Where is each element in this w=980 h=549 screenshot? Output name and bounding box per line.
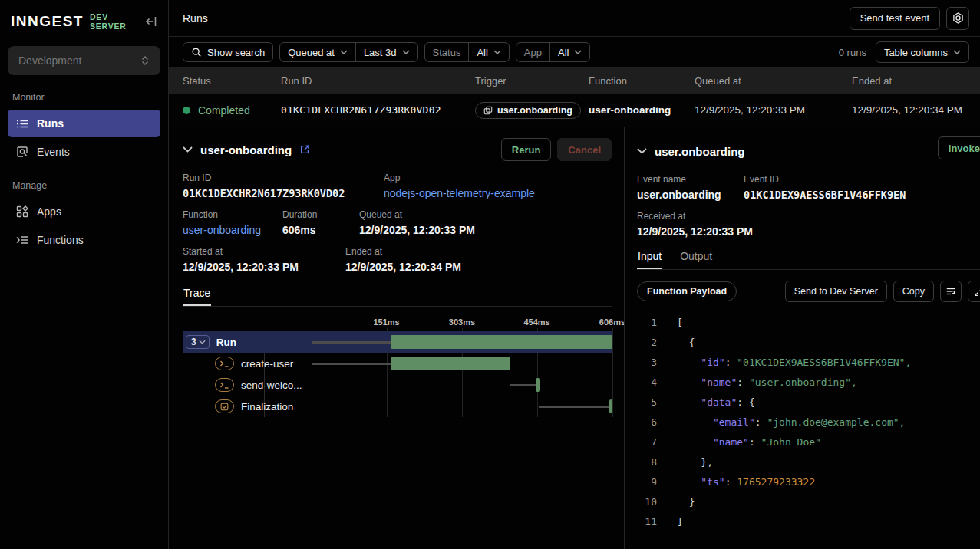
functions-icon: [16, 234, 29, 247]
chevron-updown-icon: [140, 55, 150, 66]
show-search-button[interactable]: Show search: [183, 42, 273, 62]
invoke-button[interactable]: Invoke: [938, 136, 980, 159]
sidebar-item-events[interactable]: Events: [8, 138, 160, 166]
rerun-button[interactable]: Rerun: [501, 138, 552, 161]
cancel-button[interactable]: Cancel: [557, 138, 612, 161]
sidebar-nav: MonitorRunsEventsManageAppsFunctions: [0, 78, 168, 255]
event-details-panel: user.onboarding Invoke Event name user.o…: [625, 127, 980, 549]
sidebar: INNGEST DEV SERVER Development MonitorRu…: [0, 0, 169, 549]
tab-input[interactable]: Input: [637, 250, 662, 269]
column-header: Function: [589, 75, 695, 87]
tab-trace[interactable]: Trace: [183, 287, 211, 306]
line-number: 10: [640, 492, 657, 512]
settings-button[interactable]: [946, 7, 969, 30]
wrap-text-icon: [945, 286, 956, 297]
trace-row-label: create-user: [241, 358, 293, 370]
code-line: 5 "data": {: [637, 393, 980, 413]
runs-icon: [16, 117, 29, 130]
trigger-pill[interactable]: user.onboarding: [475, 102, 581, 119]
wrap-text-button[interactable]: [940, 281, 962, 302]
line-number: 11: [640, 512, 657, 532]
status-filter-select[interactable]: All: [468, 43, 508, 61]
trace-axis-tick: 303ms: [449, 317, 475, 327]
send-test-event-button[interactable]: Send test event: [850, 7, 940, 30]
run-id-value: 01KC1DEXCHR2N617Z93RK0VD02: [183, 187, 384, 199]
started-at-label: Started at: [183, 246, 345, 257]
events-icon: [16, 146, 29, 159]
span-count-badge[interactable]: 3: [186, 335, 210, 349]
status-filter-label: Status: [425, 43, 469, 61]
show-search-label: Show search: [207, 47, 265, 58]
table-columns-button[interactable]: Table columns: [876, 41, 969, 63]
sidebar-item-functions[interactable]: Functions: [8, 226, 160, 254]
queued-at-filter: Queued at Last 3d: [279, 42, 417, 62]
app-filter-select[interactable]: All: [549, 43, 589, 61]
trace-duration-bar: [536, 378, 540, 392]
sidebar-collapse-icon[interactable]: [145, 15, 157, 28]
trace-row-label: send-welco...: [241, 380, 302, 391]
collapse-run-chevron-icon[interactable]: [183, 146, 193, 153]
app-filter-value: All: [558, 47, 569, 58]
app-root: INNGEST DEV SERVER Development MonitorRu…: [0, 0, 980, 549]
code-line: 8 },: [637, 452, 980, 472]
received-at-label: Received at: [637, 211, 753, 222]
duration-label: Duration: [282, 209, 359, 220]
column-header: Status: [183, 75, 281, 87]
trace-row-send-welco-[interactable]: send-welco...: [183, 374, 612, 396]
trigger-label: user.onboarding: [497, 105, 572, 116]
expand-icon: [974, 287, 980, 297]
duration-value: 606ms: [282, 224, 359, 236]
environment-select[interactable]: Development: [8, 46, 160, 75]
step-terminal-icon: [215, 357, 234, 370]
external-link-icon[interactable]: [299, 144, 310, 155]
app-label: App: [384, 173, 535, 183]
tab-output[interactable]: Output: [679, 250, 713, 269]
sidebar-item-apps[interactable]: Apps: [8, 198, 160, 225]
function-link[interactable]: user-onboarding: [183, 224, 282, 236]
topbar: Runs Send test event: [169, 0, 980, 37]
sidebar-item-label: Functions: [37, 234, 84, 246]
function-label: Function: [183, 209, 282, 220]
app-link[interactable]: nodejs-open-telemetry-example: [384, 187, 535, 199]
collapse-event-chevron-icon[interactable]: [637, 148, 647, 154]
expand-button[interactable]: [968, 281, 980, 302]
trace-row-finalization[interactable]: Finalization: [183, 396, 612, 417]
code-line: 4 "name": "user.onboarding",: [637, 373, 980, 393]
sidebar-item-runs[interactable]: Runs: [8, 110, 160, 137]
chevron-down-icon: [402, 50, 410, 54]
send-to-dev-server-button[interactable]: Send to Dev Server: [785, 281, 887, 302]
column-header: Queued at: [695, 75, 852, 87]
time-range-select[interactable]: Last 3d: [355, 43, 417, 61]
chevron-down-icon: [493, 50, 501, 54]
run-details-panel: user-onboarding Rerun Cancel Run ID 01KC…: [169, 127, 625, 549]
event-panel-title: user.onboarding: [655, 145, 745, 158]
code-line: 3 "id": "01KC1DEX9AESS6BF1V46FFK9EN",: [637, 353, 980, 373]
line-number: 9: [640, 472, 657, 492]
line-number: 8: [640, 452, 657, 472]
queued-at-label: Queued at: [359, 209, 475, 220]
time-range-label: Last 3d: [364, 47, 397, 58]
trace-duration-bar: [391, 335, 612, 349]
code-line: 11]: [637, 512, 980, 532]
event-id-label: Event ID: [744, 174, 906, 185]
trace-row-label: Finalization: [241, 401, 293, 413]
status-dot: [183, 107, 190, 114]
runs-table-header: StatusRun IDTriggerFunctionQueued atEnde…: [169, 67, 980, 94]
column-header: Ended at: [852, 75, 980, 87]
trace-axis-tick: 606ms: [599, 317, 625, 327]
function-payload-pill: Function Payload: [637, 281, 737, 301]
chevron-down-icon: [574, 50, 582, 54]
page-title: Runs: [183, 12, 208, 25]
queued-at-field-select[interactable]: Queued at: [280, 43, 355, 61]
runs-count: 0 runs: [839, 47, 866, 58]
line-number: 1: [640, 313, 657, 333]
copy-button[interactable]: Copy: [893, 281, 934, 302]
nav-section-label: Monitor: [0, 78, 168, 109]
code-line: 7 "name": "John Doe": [637, 432, 980, 452]
trace-row-create-user[interactable]: create-user: [183, 353, 612, 374]
trace-axis: 151ms303ms454ms606ms: [312, 317, 612, 331]
received-at-value: 12/9/2025, 12:20:33 PM: [637, 225, 753, 238]
status-filter: Status All: [424, 42, 510, 62]
run-table-row[interactable]: Completed 01KC1DEXCHR2N617Z93RK0VD02 use…: [169, 94, 980, 127]
trace-row-run[interactable]: 3Run: [183, 331, 612, 353]
